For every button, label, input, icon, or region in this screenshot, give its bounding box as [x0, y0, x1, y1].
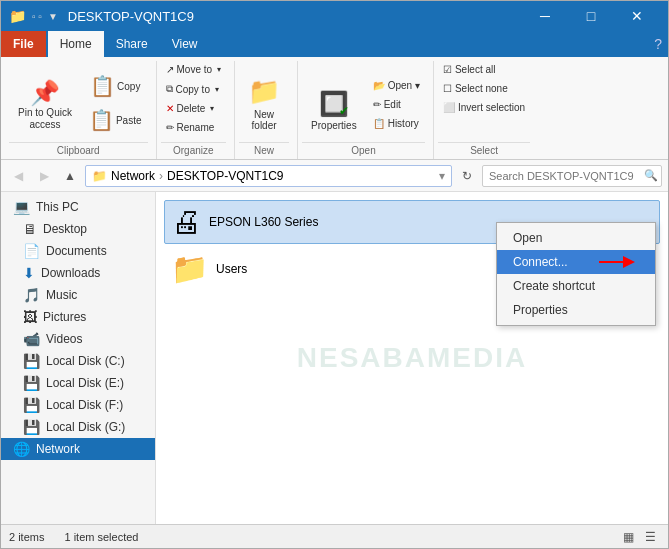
context-menu-properties[interactable]: Properties	[497, 298, 655, 322]
copy-to-icon: ⧉	[166, 83, 173, 95]
move-to-button[interactable]: ↗ Move to ▾	[161, 61, 227, 78]
paste-button[interactable]: 📋 Paste	[83, 104, 148, 136]
tab-home[interactable]: Home	[48, 31, 104, 57]
back-button[interactable]: ◀	[7, 165, 29, 187]
select-all-button[interactable]: ☑ Select all	[438, 61, 530, 78]
pin-to-quick-access-button[interactable]: 📌 Pin to Quickaccess	[9, 76, 81, 136]
ribbon-group-clipboard: 📌 Pin to Quickaccess 📋 Copy 📋 Paste	[5, 61, 157, 159]
help-button[interactable]: ?	[654, 36, 662, 52]
context-menu-open[interactable]: Open	[497, 226, 655, 250]
new-folder-label: Newfolder	[252, 109, 277, 131]
select-items: ☑ Select all ☐ Select none ⬜ Invert sele…	[438, 61, 530, 140]
connect-arrow-indicator	[599, 255, 639, 269]
delete-button[interactable]: ✕ Delete ▾	[161, 100, 227, 117]
tab-share[interactable]: Share	[104, 31, 160, 57]
maximize-button[interactable]: □	[568, 1, 614, 31]
rename-label: Rename	[177, 122, 215, 133]
copy-to-label: Copy to	[176, 84, 210, 95]
edit-button[interactable]: ✏ Edit	[368, 96, 425, 113]
sidebar-local-c-label: Local Disk (C:)	[46, 354, 125, 368]
open-items: 🔲 ✔ Properties 📂 Open ▾ ✏ Edit	[302, 61, 425, 140]
sidebar-item-local-c[interactable]: 💾 Local Disk (C:)	[1, 350, 155, 372]
sidebar-local-e-label: Local Disk (E:)	[46, 376, 124, 390]
delete-arrow: ▾	[210, 104, 214, 113]
sidebar-item-pictures[interactable]: 🖼 Pictures	[1, 306, 155, 328]
status-bar: 2 items 1 item selected ▦ ☰	[1, 524, 668, 548]
search-wrapper: 🔍	[482, 165, 662, 187]
copy-button[interactable]: 📋 Copy	[83, 70, 148, 102]
sidebar-this-pc-label: This PC	[36, 200, 79, 214]
sidebar-local-f-label: Local Disk (F:)	[46, 398, 123, 412]
clipboard-items: 📌 Pin to Quickaccess 📋 Copy 📋 Paste	[9, 61, 148, 140]
watermark: NESABAMEDIA	[297, 342, 527, 374]
sidebar-item-music[interactable]: 🎵 Music	[1, 284, 155, 306]
search-input[interactable]	[482, 165, 662, 187]
path-sep-1: ›	[159, 169, 163, 183]
sidebar-item-downloads[interactable]: ⬇ Downloads	[1, 262, 155, 284]
refresh-button[interactable]: ↻	[456, 165, 478, 187]
title-icons-small: ▫ ▫	[32, 11, 42, 22]
context-create-shortcut-label: Create shortcut	[513, 279, 595, 293]
tab-view[interactable]: View	[160, 31, 210, 57]
forward-button[interactable]: ▶	[33, 165, 55, 187]
network-icon: 🌐	[13, 441, 30, 457]
delete-label: Delete	[177, 103, 206, 114]
context-menu-create-shortcut[interactable]: Create shortcut	[497, 274, 655, 298]
epson-name: EPSON L360 Series	[209, 215, 318, 229]
address-path[interactable]: 📁 Network › DESKTOP-VQNT1C9 ▾	[85, 165, 452, 187]
ribbon-group-select: ☑ Select all ☐ Select none ⬜ Invert sele…	[434, 61, 538, 159]
ribbon-content: 📌 Pin to Quickaccess 📋 Copy 📋 Paste	[1, 57, 668, 159]
sidebar-item-videos[interactable]: 📹 Videos	[1, 328, 155, 350]
sidebar-item-desktop[interactable]: 🖥 Desktop	[1, 218, 155, 240]
select-none-icon: ☐	[443, 83, 452, 94]
copy-to-button[interactable]: ⧉ Copy to ▾	[161, 80, 227, 98]
context-menu-connect[interactable]: Connect...	[497, 250, 655, 274]
minimize-button[interactable]: ─	[522, 1, 568, 31]
status-count: 2 items	[9, 531, 44, 543]
sidebar-item-local-g[interactable]: 💾 Local Disk (G:)	[1, 416, 155, 438]
invert-label: Invert selection	[458, 102, 525, 113]
history-label: History	[388, 118, 419, 129]
context-connect-label: Connect...	[513, 255, 568, 269]
epson-icon: 🖨	[171, 205, 201, 239]
history-button[interactable]: 📋 History	[368, 115, 425, 132]
ribbon-group-new: 📁 Newfolder New	[235, 61, 298, 159]
view-list-button[interactable]: ☰	[640, 528, 660, 546]
sidebar-downloads-label: Downloads	[41, 266, 100, 280]
sidebar-local-g-label: Local Disk (G:)	[46, 420, 125, 434]
new-label: New	[239, 142, 289, 159]
invert-selection-button[interactable]: ⬜ Invert selection	[438, 99, 530, 116]
pictures-icon: 🖼	[23, 309, 37, 325]
move-to-arrow: ▾	[217, 65, 221, 74]
sidebar-item-network[interactable]: 🌐 Network	[1, 438, 155, 460]
paste-icon: 📋	[89, 108, 114, 132]
up-button[interactable]: ▲	[59, 165, 81, 187]
users-icon: 📁	[171, 251, 208, 286]
ribbon-group-open: 🔲 ✔ Properties 📂 Open ▾ ✏ Edit	[298, 61, 434, 159]
properties-button[interactable]: 🔲 ✔ Properties	[302, 85, 366, 136]
music-icon: 🎵	[23, 287, 40, 303]
close-button[interactable]: ✕	[614, 1, 660, 31]
sidebar-item-this-pc[interactable]: 💻 This PC	[1, 196, 155, 218]
select-none-button[interactable]: ☐ Select none	[438, 80, 530, 97]
tab-file[interactable]: File	[1, 31, 46, 57]
new-folder-button[interactable]: 📁 Newfolder	[239, 71, 289, 136]
rename-button[interactable]: ✏ Rename	[161, 119, 227, 136]
open-button[interactable]: 📂 Open ▾	[368, 77, 425, 94]
desktop-icon: 🖥	[23, 221, 37, 237]
delete-icon: ✕	[166, 103, 174, 114]
paste-label: Paste	[116, 115, 142, 126]
open-label: Open	[302, 142, 425, 159]
invert-icon: ⬜	[443, 102, 455, 113]
sidebar-item-local-f[interactable]: 💾 Local Disk (F:)	[1, 394, 155, 416]
pin-label: Pin to Quickaccess	[18, 107, 72, 131]
sidebar-item-documents[interactable]: 📄 Documents	[1, 240, 155, 262]
organize-label: Organize	[161, 142, 227, 159]
sidebar-item-local-e[interactable]: 💾 Local Disk (E:)	[1, 372, 155, 394]
status-selected: 1 item selected	[64, 531, 138, 543]
new-folder-icon: 📁	[248, 76, 280, 107]
view-icons-button[interactable]: ▦	[618, 528, 638, 546]
new-items: 📁 Newfolder	[239, 61, 289, 140]
path-dropdown: ▾	[439, 169, 445, 183]
move-to-icon: ↗	[166, 64, 174, 75]
